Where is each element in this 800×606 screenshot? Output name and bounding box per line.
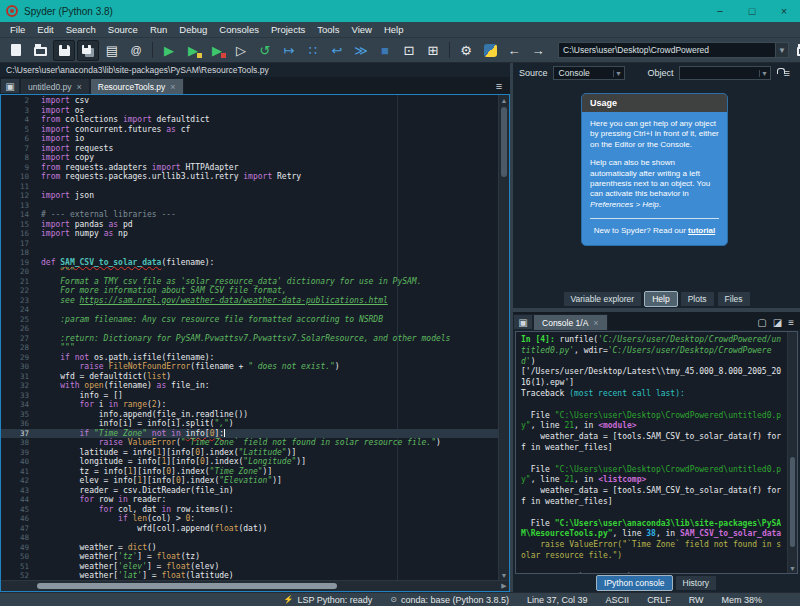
pane-tab-files[interactable]: Files [717, 291, 751, 307]
forward-button[interactable]: → [527, 40, 549, 61]
code-line[interactable]: 39 latitude = info[1][info[0].index("Lat… [1, 448, 498, 458]
code-line[interactable]: 31 wfd = defaultdict(list) [1, 372, 498, 382]
working-directory-dropdown-icon[interactable]: ▼ [776, 42, 789, 58]
code-line[interactable]: 40 longitude = info[1][info[0].index("Lo… [1, 457, 498, 467]
maximize-pane-button[interactable]: ⊡ [398, 40, 420, 61]
console-scrollbar[interactable]: ▼ [787, 332, 797, 573]
step-into-button[interactable]: ∷ [302, 40, 324, 61]
console-scroll-down-icon[interactable]: ▼ [788, 565, 797, 572]
erase-icon[interactable]: ◪ [773, 317, 782, 328]
menu-item-consoles[interactable]: Consoles [213, 24, 265, 35]
code-line[interactable]: 45 for col, dat in row.items(): [1, 505, 498, 515]
editor-tab-ResourceTools.py[interactable]: ResourceTools.py× [90, 78, 184, 94]
fullscreen-button[interactable]: ⊞ [422, 40, 444, 61]
browse-tabs-button[interactable]: ▣ [0, 78, 20, 94]
code-line[interactable]: 6import io [1, 134, 498, 144]
code-line[interactable]: 48 [1, 533, 498, 543]
menu-item-debug[interactable]: Debug [173, 24, 213, 35]
run-cell-advance-button[interactable]: ▶ [206, 40, 228, 61]
code-line[interactable]: 11 [1, 182, 498, 192]
close-button[interactable]: × [768, 0, 800, 22]
run-file-button[interactable]: ▶ [158, 40, 180, 61]
code-line[interactable]: 9from requests.adapters import HTTPAdapt… [1, 163, 498, 173]
step-over-button[interactable]: ↦ [278, 40, 300, 61]
minimize-button[interactable]: − [704, 0, 736, 22]
code-line[interactable]: 3import os [1, 106, 498, 116]
back-button[interactable]: ← [503, 40, 525, 61]
menu-item-tools[interactable]: Tools [311, 24, 345, 35]
code-line[interactable]: 4from collections import defaultdict [1, 115, 498, 125]
code-line[interactable]: 14# --- external libraries --- [1, 210, 498, 220]
menu-item-source[interactable]: Source [102, 24, 144, 35]
code-line[interactable]: 44 for row in reader: [1, 495, 498, 505]
debug-file-button[interactable]: ↺ [254, 40, 276, 61]
preferences-button[interactable]: ⚙ [455, 40, 477, 61]
code-line[interactable]: 50 weather['tz'] = float(tz) [1, 552, 498, 562]
save-button[interactable] [53, 40, 75, 61]
file-switcher-button[interactable]: ▤ [101, 40, 123, 61]
help-source-select[interactable]: Console▼ [553, 66, 625, 80]
editor-tab-untitled0.py[interactable]: untitled0.py× [20, 78, 90, 94]
menu-item-edit[interactable]: Edit [31, 24, 59, 35]
code-line[interactable]: 41 tz = info[1][info[0].index("Time Zone… [1, 467, 498, 477]
python-path-button[interactable] [479, 40, 501, 61]
code-line[interactable]: 24 [1, 305, 498, 315]
code-line[interactable]: 27 :return: Dictionary for PySAM.Pvwatts… [1, 334, 498, 344]
new-file-button[interactable] [5, 40, 27, 61]
code-line[interactable]: 30 raise FileNotFoundError(filename + " … [1, 362, 498, 372]
close-tab-icon[interactable]: × [76, 82, 81, 92]
open-file-button[interactable] [29, 40, 51, 61]
scroll-down-icon[interactable]: ▼ [499, 570, 509, 580]
code-line[interactable]: 33 info = [] [1, 391, 498, 401]
pane-tab-plots[interactable]: Plots [680, 291, 715, 307]
editor-options-button[interactable]: ≡ [488, 78, 510, 94]
menu-item-projects[interactable]: Projects [265, 24, 311, 35]
code-line[interactable]: 43 reader = csv.DictReader(file_in) [1, 486, 498, 496]
console-environment-icon[interactable]: ▢ [757, 317, 766, 328]
pane-tab-help[interactable]: Help [644, 291, 677, 307]
console-tab[interactable]: Console 1/A × [533, 314, 608, 330]
editor-vscroll-thumb[interactable] [501, 107, 507, 177]
continue-button[interactable]: ≫ [350, 40, 372, 61]
code-line[interactable]: 17 [1, 239, 498, 249]
code-line[interactable]: 20 """ [1, 267, 498, 277]
code-line[interactable]: 22 For more information about SAM CSV fi… [1, 286, 498, 296]
menu-item-help[interactable]: Help [378, 24, 410, 35]
step-return-button[interactable]: ↩ [326, 40, 348, 61]
editor-horizontal-scrollbar[interactable]: ▶ [1, 580, 509, 591]
menu-item-search[interactable]: Search [60, 24, 102, 35]
code-line[interactable]: 13 [1, 201, 498, 211]
menu-item-file[interactable]: File [4, 24, 31, 35]
pane-tab-history[interactable]: History [675, 575, 717, 591]
close-tab-icon[interactable]: × [170, 82, 175, 92]
working-directory-input[interactable]: C:\Users\user\Desktop\CrowdPowered [558, 42, 776, 58]
code-line[interactable]: 19def SAM_CSV_to_solar_data(filename): [1, 258, 498, 268]
code-line[interactable]: 7import requests [1, 144, 498, 154]
scroll-up-icon[interactable]: ▲ [499, 95, 509, 105]
code-line[interactable]: 46 if len(col) > 0: [1, 514, 498, 524]
code-line[interactable]: 18 [1, 248, 498, 258]
code-line[interactable]: 28 """ [1, 343, 498, 353]
code-line[interactable]: 10from requests.packages.urllib3.util.re… [1, 172, 498, 182]
code-line[interactable]: 5import concurrent.futures as cf [1, 125, 498, 135]
help-object-select[interactable]: ▼ [679, 66, 771, 80]
code-line[interactable]: 49 weather = dict() [1, 543, 498, 553]
close-console-icon[interactable]: × [593, 318, 598, 328]
maximize-button[interactable]: □ [736, 0, 768, 22]
code-line[interactable]: 47 wfd[col].append(float(dat)) [1, 524, 498, 534]
editor-hscroll-thumb[interactable] [37, 583, 337, 589]
browse-consoles-button[interactable]: ▣ [513, 314, 533, 330]
code-line[interactable]: 42 elev = info[1][info[0].index("Elevati… [1, 476, 498, 486]
code-line[interactable]: 51 weather['elev'] = float(elev) [1, 562, 498, 572]
code-line[interactable]: 29 if not os.path.isfile(filename): [1, 353, 498, 363]
console-output[interactable]: In [4]: runfile('C:/Users/user/Desktop/C… [516, 332, 787, 573]
pane-tab-variable-explorer[interactable]: Variable explorer [563, 291, 643, 307]
console-scroll-thumb[interactable] [790, 457, 795, 547]
code-line[interactable]: 36 info[i] = info[i].split(",") [1, 419, 498, 429]
code-line[interactable]: 23 see https://sam.nrel.gov/weather-data… [1, 296, 498, 306]
editor-vertical-scrollbar[interactable]: ▲ ▼ [498, 95, 509, 580]
code-line[interactable]: 37 if "Time Zone" not in info[0]: [1, 429, 498, 439]
code-line[interactable]: 2import csv [1, 96, 498, 106]
tutorial-link[interactable]: tutorial [688, 226, 715, 235]
find-in-files-button[interactable]: @ [125, 40, 147, 61]
